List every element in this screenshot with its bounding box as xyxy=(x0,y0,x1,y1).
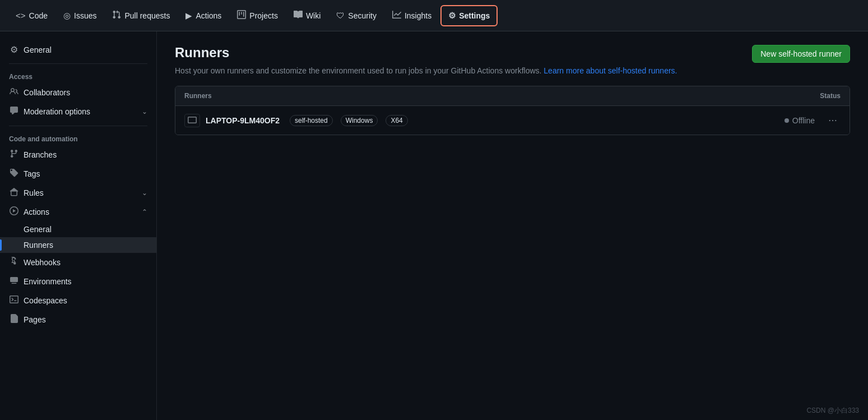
runner-status: Offline ⋯ xyxy=(762,113,841,128)
runner-icon xyxy=(184,114,200,127)
security-icon: 🛡 xyxy=(336,11,345,20)
status-dot xyxy=(785,118,789,123)
settings-icon: ⚙ xyxy=(448,11,456,21)
new-runner-button[interactable]: New self-hosted runner xyxy=(752,45,850,63)
watermark: CSDN @小白333 xyxy=(806,406,859,416)
runner-tag-x64: X64 xyxy=(386,115,407,126)
wiki-icon xyxy=(294,10,303,21)
code-icon: <> xyxy=(16,11,26,20)
general-icon: ⚙ xyxy=(9,44,19,55)
rules-chevron: ⌄ xyxy=(142,189,147,197)
projects-icon xyxy=(237,10,246,21)
runner-name: LAPTOP-9LM40OF2 xyxy=(206,116,280,125)
runners-table: Runners Status LAPTOP-9LM40OF2 self-host… xyxy=(175,86,850,135)
sidebar-item-codespaces[interactable]: Codespaces xyxy=(0,291,156,310)
main-header: Runners Host your own runners and custom… xyxy=(175,45,850,77)
nav-code[interactable]: <> Code xyxy=(9,6,54,25)
sidebar-divider-access xyxy=(9,63,147,64)
runner-more-button[interactable]: ⋯ xyxy=(825,113,841,128)
tags-icon xyxy=(9,168,19,179)
sidebar: ⚙ General Access Collaborators Moderatio… xyxy=(0,31,157,420)
webhooks-icon xyxy=(9,257,19,268)
sidebar-sub-item-actions-runners[interactable]: Runners xyxy=(0,237,156,253)
nav-issues[interactable]: ◎ Issues xyxy=(57,6,103,25)
codespaces-icon xyxy=(9,295,19,306)
column-status: Status xyxy=(820,92,841,100)
learn-more-link[interactable]: Learn more about self-hosted runners. xyxy=(544,66,677,75)
actions-sidebar-icon xyxy=(9,206,19,218)
nav-projects[interactable]: Projects xyxy=(230,6,285,25)
runner-tag-self-hosted: self-hosted xyxy=(290,115,333,126)
moderation-icon xyxy=(9,106,19,117)
nav-actions[interactable]: ▶ Actions xyxy=(179,6,228,25)
sidebar-divider-code xyxy=(9,126,147,126)
branches-icon xyxy=(9,149,19,160)
actions-icon: ▶ xyxy=(185,11,192,21)
column-runners: Runners xyxy=(184,92,212,100)
nav-security[interactable]: 🛡 Security xyxy=(329,6,383,25)
runner-tag-windows: Windows xyxy=(341,115,378,126)
sidebar-item-pages[interactable]: Pages xyxy=(0,310,156,329)
nav-pull-requests[interactable]: Pull requests xyxy=(105,6,177,25)
actions-chevron: ⌃ xyxy=(142,208,147,216)
nav-wiki[interactable]: Wiki xyxy=(287,6,327,25)
runner-info: LAPTOP-9LM40OF2 self-hosted Windows X64 xyxy=(184,114,762,127)
sidebar-item-environments[interactable]: Environments xyxy=(0,272,156,291)
nav-settings[interactable]: ⚙ Settings xyxy=(440,5,498,26)
moderation-chevron: ⌄ xyxy=(142,108,147,116)
sidebar-item-general[interactable]: ⚙ General xyxy=(0,40,156,59)
collaborators-icon xyxy=(9,87,19,98)
sidebar-sub-item-actions-general[interactable]: General xyxy=(0,221,156,237)
sidebar-item-rules[interactable]: Rules ⌄ xyxy=(0,183,156,202)
sidebar-item-actions[interactable]: Actions ⌃ xyxy=(0,202,156,221)
environments-icon xyxy=(9,276,19,287)
page-description: Host your own runners and customize the … xyxy=(175,65,677,77)
pages-icon xyxy=(9,314,19,325)
issues-icon: ◎ xyxy=(63,11,71,21)
top-navigation: <> Code ◎ Issues Pull requests ▶ Actions… xyxy=(0,0,868,31)
sidebar-item-tags[interactable]: Tags xyxy=(0,164,156,183)
page-title: Runners xyxy=(175,45,677,61)
sidebar-item-branches[interactable]: Branches xyxy=(0,145,156,164)
insights-icon xyxy=(392,10,401,21)
sidebar-item-webhooks[interactable]: Webhooks xyxy=(0,253,156,272)
access-section-label: Access xyxy=(0,68,156,83)
nav-insights[interactable]: Insights xyxy=(386,6,438,25)
status-text: Offline xyxy=(792,116,815,125)
sidebar-item-collaborators[interactable]: Collaborators xyxy=(0,83,156,102)
table-row: LAPTOP-9LM40OF2 self-hosted Windows X64 … xyxy=(175,106,850,135)
main-content: Runners Host your own runners and custom… xyxy=(157,31,868,420)
title-area: Runners Host your own runners and custom… xyxy=(175,45,677,77)
rules-icon xyxy=(9,187,19,199)
table-header: Runners Status xyxy=(175,86,850,106)
page-layout: ⚙ General Access Collaborators Moderatio… xyxy=(0,31,868,420)
code-automation-label: Code and automation xyxy=(0,131,156,145)
sidebar-item-moderation-options[interactable]: Moderation options ⌄ xyxy=(0,102,156,121)
pull-requests-icon xyxy=(112,10,121,21)
